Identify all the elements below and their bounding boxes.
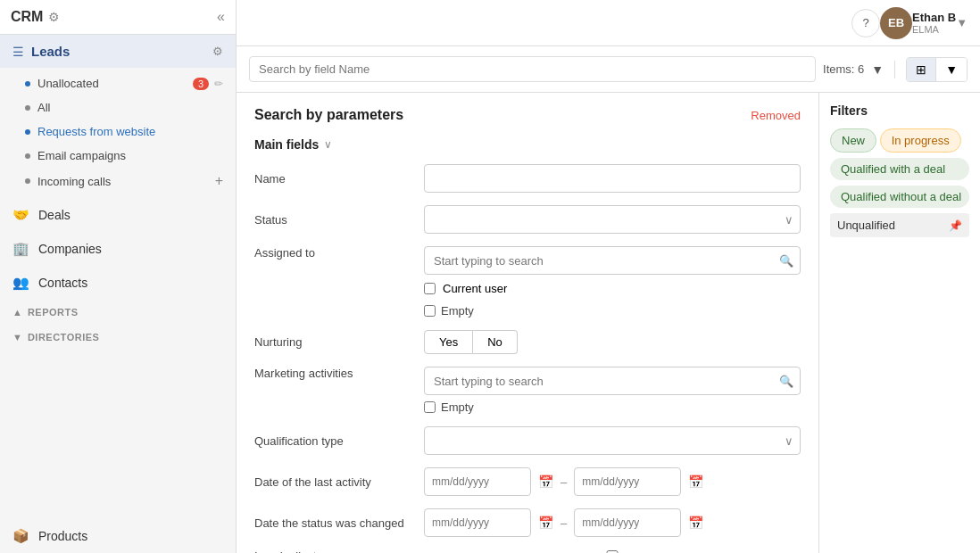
search-input[interactable] [249,56,816,82]
sidebar-item-unallocated[interactable]: Unallocated 3 ✏ [25,71,236,95]
status-select[interactable] [424,205,801,234]
items-count: Items: 6 [823,62,864,76]
filter-qualified-deal-wrapper: Qualified with a deal [830,158,969,180]
date-status-from[interactable] [424,508,531,537]
marketing-search-wrapper: 🔍 [424,367,801,395]
user-info: Ethan B ELMA [912,11,956,35]
marketing-label: Marketing activities [254,367,415,380]
search-panel: Search by parameters Removed Main fields… [237,93,819,553]
sidebar-item-requests[interactable]: Requests from website [25,120,236,144]
email-label: Email campaigns [37,149,223,162]
directories-arrow: ▼ [12,332,22,343]
date-last-activity-row: Date of the last activity 📅 – 📅 [254,467,801,496]
empty-checkbox[interactable] [424,305,436,317]
sidebar-item-leads[interactable]: ☰ Leads ⚙ [0,35,236,68]
duplicate-row: Is a duplicate [254,549,801,553]
marketing-empty-checkbox[interactable] [424,401,436,413]
help-button[interactable]: ? [851,9,880,37]
assigned-search-wrapper: 🔍 [424,246,801,275]
qualification-row: Qualification type ∨ [254,426,801,455]
pin-icon: 📌 [949,219,962,232]
sidebar-header: CRM ⚙ « [0,0,236,35]
top-header: ? EB Ethan B ELMA ▼ [237,0,980,46]
assigned-to-row: Assigned to 🔍 Current user Empty [254,246,801,318]
yes-button[interactable]: Yes [424,330,473,354]
toggle-arrow: ∨ [324,138,332,151]
date-last-activity-from[interactable] [424,467,531,496]
nurturing-label: Nurturing [254,335,415,349]
sidebar-item-deals[interactable]: 🤝 Deals [0,198,236,232]
sidebar-item-all[interactable]: All [25,95,236,120]
name-label: Name [254,172,415,186]
sidebar-item-calls[interactable]: Incoming calls + [25,168,236,194]
grid-view-button[interactable]: ⊞ [907,58,935,81]
assigned-search-input[interactable] [424,246,801,275]
date-status-to[interactable] [574,508,681,537]
add-icon[interactable]: + [215,173,223,189]
companies-label: Companies [38,242,102,256]
duplicate-label: Is a duplicate [254,549,415,553]
unallocated-badge: 3 [193,78,209,90]
deals-icon: 🤝 [12,207,29,223]
filters-panel: Filters New In progress Qualified with a… [819,93,980,553]
status-select-wrapper: ∨ [424,205,801,234]
main-content: ? EB Ethan B ELMA ▼ Items: 6 ▼ ⊞ ▼ Searc… [237,0,980,553]
filter-unqualified[interactable]: Unqualified 📌 [830,213,969,237]
calls-label: Incoming calls [37,175,215,188]
date-separator-2: – [561,516,567,530]
current-user-checkbox[interactable] [424,283,436,294]
filter-in-progress[interactable]: In progress [880,128,961,153]
nurturing-toggle: Yes No [424,330,801,354]
panel-title: Search by parameters [254,107,403,123]
marketing-empty-row: Empty [424,400,801,414]
nurturing-row: Nurturing Yes No [254,330,801,354]
name-input[interactable] [424,164,801,193]
user-dropdown-icon[interactable]: ▼ [956,16,968,29]
leads-settings-icon[interactable]: ⚙ [212,45,223,58]
marketing-empty-label: Empty [441,400,474,414]
panel-area: Search by parameters Removed Main fields… [237,93,980,553]
calendar-icon-4[interactable]: 📅 [688,516,703,530]
calendar-icon-3[interactable]: 📅 [538,516,553,530]
filter-qualified-no-deal[interactable]: Qualified without a deal [830,186,969,208]
main-fields-toggle[interactable]: Main fields ∨ [254,137,801,152]
qualification-select[interactable] [424,426,801,455]
marketing-search-input[interactable] [424,367,801,395]
sidebar-item-contacts[interactable]: 👥 Contacts [0,266,236,300]
filter-new[interactable]: New [830,128,876,153]
status-row: Status ∨ [254,205,801,234]
sidebar-item-products[interactable]: 📦 Products [0,519,236,553]
leads-icon: ☰ [12,45,24,59]
marketing-row: Marketing activities 🔍 Empty [254,367,801,414]
companies-icon: 🏢 [12,241,29,257]
dot-icon [25,81,30,87]
panel-header: Search by parameters Removed [254,107,801,123]
more-view-button[interactable]: ▼ [936,58,967,81]
removed-button[interactable]: Removed [751,109,801,122]
calendar-icon-2[interactable]: 📅 [688,475,703,489]
assigned-to-cell: 🔍 Current user Empty [424,246,801,318]
calendar-icon-1[interactable]: 📅 [538,475,553,489]
filter-qualified-deal[interactable]: Qualified with a deal [830,158,969,180]
empty-checkbox-row: Empty [424,304,801,318]
dot-icon [25,105,30,111]
date-last-activity-label: Date of the last activity [254,475,415,489]
marketing-search-icon: 🔍 [779,375,793,388]
date-status-label: Date the status was changed [254,516,415,530]
name-row: Name [254,164,801,193]
avatar-initials: EB [888,16,904,29]
edit-icon[interactable]: ✏ [214,78,223,90]
divider [894,61,895,78]
requests-label: Requests from website [37,125,223,138]
reports-section-header[interactable]: ▲ REPORTS [0,300,236,325]
filter-button[interactable]: ▼ [871,62,884,77]
sidebar-item-email[interactable]: Email campaigns [25,144,236,168]
topbar: Items: 6 ▼ ⊞ ▼ [237,46,980,93]
directories-section-header[interactable]: ▼ DIRECTORIES [0,325,236,350]
sidebar-item-companies[interactable]: 🏢 Companies [0,232,236,266]
app-title: CRM [11,9,43,25]
app-settings-icon[interactable]: ⚙ [48,10,60,24]
collapse-sidebar-button[interactable]: « [217,9,225,25]
no-button[interactable]: No [473,330,518,354]
date-last-activity-to[interactable] [574,467,681,496]
